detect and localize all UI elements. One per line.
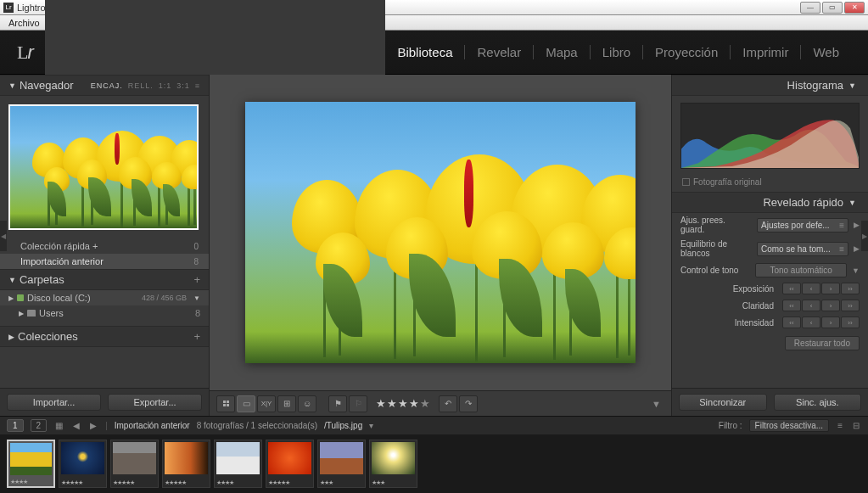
- forward-icon[interactable]: ▶: [88, 421, 98, 430]
- filter-menu-icon[interactable]: ≡: [836, 421, 844, 430]
- rotate-right-button[interactable]: ↷: [459, 395, 478, 412]
- navigator-title: Navegador: [20, 79, 74, 92]
- display-2-button[interactable]: 2: [31, 419, 48, 432]
- module-biblioteca[interactable]: Biblioteca: [385, 45, 465, 59]
- filmstrip-thumb[interactable]: ★★★★: [214, 440, 262, 488]
- menu-archivo[interactable]: Archivo: [3, 18, 45, 28]
- filmstrip-thumb[interactable]: ★★★★★: [266, 440, 314, 488]
- catalog-count: 8: [193, 257, 199, 266]
- source-label[interactable]: Importación anterior: [115, 421, 190, 430]
- grid-icon[interactable]: ▦: [53, 421, 64, 430]
- chevron-right-icon: ▶: [8, 333, 14, 341]
- chevron-right-icon: ▶: [8, 294, 14, 302]
- rotate-left-button[interactable]: ↶: [439, 395, 457, 412]
- navigator-zoom-option[interactable]: 1:1: [159, 81, 172, 90]
- chevron-down-icon: ▼: [8, 276, 16, 284]
- left-panel: ▼ Navegador ENCAJ.RELL.1:13:1≡ Colección…: [0, 75, 210, 416]
- folder-icon: [27, 310, 36, 317]
- catalog-row[interactable]: Colección rápida +0: [0, 238, 209, 254]
- histogram[interactable]: [680, 103, 860, 169]
- loupe-view-button[interactable]: ▭: [237, 395, 255, 412]
- filmstrip[interactable]: ★★★★★★★★★★★★★★★★★★★★★★★★★★★★★★★★★★: [0, 434, 868, 493]
- disk-meta: 428 / 456 GB: [142, 294, 187, 302]
- back-icon[interactable]: ◀: [71, 421, 81, 430]
- chevron-down-icon[interactable]: ▾: [369, 421, 373, 430]
- chevron-down-icon[interactable]: ▼: [193, 294, 200, 302]
- navigator-header[interactable]: ▼ Navegador ENCAJ.RELL.1:13:1≡: [0, 75, 209, 96]
- module-libro[interactable]: Libro: [591, 45, 643, 59]
- loupe-preview[interactable]: [210, 75, 671, 390]
- display-1-button[interactable]: 1: [7, 419, 24, 432]
- people-view-button[interactable]: ☺: [298, 395, 316, 412]
- filmstrip-thumb[interactable]: ★★★: [369, 440, 417, 488]
- filter-lock-icon[interactable]: ⊟: [851, 421, 861, 430]
- auto-tone-button[interactable]: Tono automático: [755, 263, 847, 277]
- navigator-zoom-option[interactable]: ENCAJ.: [91, 81, 123, 90]
- histogram-footer-label: Fotografía original: [693, 177, 762, 187]
- module-mapa[interactable]: Mapa: [534, 45, 591, 59]
- grid-view-button[interactable]: [216, 395, 235, 412]
- folders-header[interactable]: ▼ Carpetas +: [0, 269, 209, 290]
- intensity-label: Intensidad: [680, 318, 777, 328]
- filename-label: /Tulips.jpg: [324, 421, 362, 430]
- flag-reject-button[interactable]: ⚐: [349, 395, 367, 412]
- module-imprimir[interactable]: Imprimir: [731, 45, 801, 59]
- navigator-zoom-option[interactable]: RELL.: [128, 81, 154, 90]
- quickdev-header[interactable]: Revelado rápido ▼: [672, 192, 868, 213]
- histogram-header[interactable]: Histograma ▼: [672, 75, 868, 96]
- collections-title: Colecciones: [18, 330, 78, 343]
- add-collection-icon[interactable]: +: [193, 330, 200, 343]
- maximize-button[interactable]: ▭: [822, 2, 843, 14]
- module-web[interactable]: Web: [801, 45, 851, 59]
- toolbar-menu-icon[interactable]: ▼: [648, 399, 664, 409]
- exposure-label: Exposición: [680, 284, 777, 294]
- wb-label: Equilibrio de blancos: [680, 239, 752, 258]
- left-panel-handle[interactable]: ◀: [0, 221, 7, 251]
- export-button[interactable]: Exportar...: [108, 394, 202, 411]
- disk-row[interactable]: ▶ Disco local (C:) 428 / 456 GB ▼: [0, 290, 209, 305]
- right-panel-handle[interactable]: ▶: [861, 221, 868, 251]
- preset-label: Ajus. prees. guard.: [680, 216, 752, 234]
- filmstrip-thumb[interactable]: ★★★★★: [162, 440, 210, 488]
- navigator-preview[interactable]: [0, 96, 209, 238]
- add-folder-icon[interactable]: +: [193, 273, 200, 286]
- compare-view-button[interactable]: X|Y: [257, 395, 276, 412]
- survey-view-button[interactable]: ⊞: [277, 395, 296, 412]
- import-button[interactable]: Importar...: [7, 394, 101, 411]
- disk-label: Disco local (C:): [27, 293, 91, 303]
- clarity-stepper[interactable]: ‹‹‹›››: [782, 300, 860, 311]
- sync-settings-button[interactable]: Sinc. ajus.: [774, 394, 862, 411]
- module-revelar[interactable]: Revelar: [465, 45, 534, 59]
- navigator-zoom-option[interactable]: ≡: [195, 81, 200, 90]
- thumb-rating: ★★★★★: [113, 479, 134, 486]
- navigator-zoom-option[interactable]: 3:1: [176, 81, 190, 90]
- wb-dropdown[interactable]: Como se ha tom...: [757, 242, 848, 256]
- reset-button[interactable]: Restaurar todo: [785, 336, 860, 350]
- disclosure-icon[interactable]: ▶: [854, 244, 860, 253]
- filmstrip-thumb[interactable]: ★★★★: [7, 440, 55, 488]
- filter-dropdown[interactable]: Filtros desactiva...: [749, 419, 830, 432]
- folder-row[interactable]: ▶ Users 8: [0, 305, 209, 321]
- thumb-rating: ★★★★★: [61, 479, 82, 486]
- disclosure-icon[interactable]: ▼: [852, 266, 860, 275]
- filmstrip-thumb[interactable]: ★★★★★: [110, 440, 159, 488]
- thumb-rating: ★★★★: [216, 479, 233, 486]
- intensity-stepper[interactable]: ‹‹‹›››: [782, 317, 860, 328]
- rating-stars[interactable]: ★★★★★: [376, 397, 430, 410]
- thumbnail-image: [372, 442, 415, 474]
- preset-dropdown[interactable]: Ajustes por defe...: [757, 218, 848, 232]
- close-button[interactable]: ✕: [844, 2, 865, 14]
- filmstrip-thumb[interactable]: ★★★★★: [59, 440, 107, 488]
- filmstrip-thumb[interactable]: ★★★: [317, 440, 366, 488]
- minimize-button[interactable]: —: [800, 2, 820, 14]
- collections-header[interactable]: ▶ Colecciones +: [0, 326, 209, 347]
- exposure-stepper[interactable]: ‹‹‹›››: [782, 283, 860, 294]
- disclosure-icon[interactable]: ▶: [854, 221, 860, 229]
- module-proyección[interactable]: Proyección: [643, 45, 731, 59]
- flag-pick-button[interactable]: ⚑: [328, 395, 347, 412]
- checkbox-icon[interactable]: [682, 178, 690, 186]
- catalog-row[interactable]: Importación anterior8: [0, 254, 209, 269]
- sync-button[interactable]: Sincronizar: [679, 394, 767, 411]
- chevron-down-icon: ▼: [8, 81, 16, 90]
- right-panel: Histograma ▼ Fotografía original Revelad…: [671, 75, 868, 416]
